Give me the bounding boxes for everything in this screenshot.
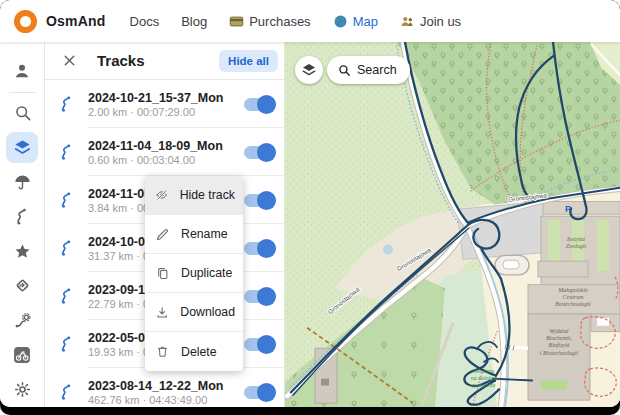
account-icon (12, 61, 32, 81)
sidebar-item-travel[interactable] (4, 338, 40, 373)
track-row[interactable]: 2024-10-21_15-37_Mon2.00 km · 00:07:29.0… (45, 80, 284, 128)
track-name: 2024-11-04_18-09_Mon (88, 139, 236, 153)
brand-title: OsmAnd (46, 13, 106, 29)
track-row[interactable]: 2024-11-04_18-09_Mon0.60 km · 00:03:04.0… (45, 128, 284, 176)
top-navbar: OsmAnd Docs Blog Purchases Map Join us (0, 0, 620, 42)
track-visibility-toggle[interactable] (244, 98, 274, 111)
track-details: 462.76 km · 04:43:49.00 (88, 394, 236, 406)
sidebar-item-track-recording[interactable] (4, 199, 40, 234)
sidebar-item-settings[interactable] (4, 372, 40, 407)
directions-icon (13, 276, 32, 295)
track-visibility-toggle[interactable] (244, 386, 274, 399)
browser-window: OsmAnd Docs Blog Purchases Map Join us (0, 0, 620, 415)
map-layers-button[interactable] (295, 56, 323, 84)
search-label: Search (357, 63, 397, 77)
route-icon (13, 207, 32, 226)
track-visibility-toggle[interactable] (244, 290, 274, 303)
track-name: 2024-10-21_15-37_Mon (88, 91, 236, 105)
track-visibility-toggle[interactable] (244, 194, 274, 207)
track-row[interactable]: 2023-08-14_12-22_Mon462.76 km · 04:43:49… (45, 368, 284, 407)
travel-bike-icon (12, 345, 32, 365)
hide-all-button[interactable]: Hide all (219, 50, 278, 72)
track-route-icon (58, 191, 76, 209)
nav-links: Docs Blog Purchases Map Join us (130, 14, 462, 29)
search-icon (13, 103, 32, 122)
sidebar-item-weather[interactable] (4, 165, 40, 200)
menu-item-download[interactable]: Download (145, 293, 243, 332)
nav-link-purchases[interactable]: Purchases (229, 14, 310, 29)
nav-link-map[interactable]: Map (333, 14, 378, 29)
sidebar-item-plan-route[interactable] (4, 303, 40, 338)
track-visibility-toggle[interactable] (244, 146, 274, 159)
track-context-menu: Hide track Rename Duplicate Download Del… (145, 176, 243, 371)
map-search-button[interactable]: Search (327, 56, 410, 84)
track-route-icon (58, 239, 76, 257)
sidebar-item-layers[interactable] (6, 132, 38, 163)
card-icon (229, 14, 244, 29)
track-details: 2.00 km · 00:07:29.00 (88, 106, 236, 118)
menu-item-label: Duplicate (181, 266, 232, 280)
sidebar-item-account[interactable] (4, 54, 40, 89)
menu-item-rename[interactable]: Rename (145, 215, 243, 254)
panel-title: Tracks (97, 52, 219, 69)
globe-icon (333, 14, 348, 29)
menu-item-label: Hide track (180, 188, 235, 202)
nav-link-blog[interactable]: Blog (181, 14, 207, 29)
map-render: Gronostajowa Gronostajowa Gronostajowa P… (285, 42, 620, 407)
track-name: 2023-08-14_12-22_Mon (88, 379, 236, 393)
track-visibility-toggle[interactable] (244, 242, 274, 255)
menu-item-label: Download (180, 305, 235, 319)
layers-icon (301, 62, 317, 78)
menu-item-duplicate[interactable]: Duplicate (145, 254, 243, 293)
osmand-web-app: OsmAnd Docs Blog Purchases Map Join us (0, 0, 620, 407)
sidebar-item-search[interactable] (4, 96, 40, 131)
track-route-icon (58, 143, 76, 161)
download-icon (155, 305, 169, 320)
track-visibility-toggle[interactable] (244, 338, 274, 351)
track-route-icon (58, 335, 76, 353)
gear-icon (13, 380, 32, 399)
plan-route-icon (13, 311, 32, 330)
parking-label: P (565, 204, 571, 214)
sidebar-divider (9, 92, 35, 93)
close-icon (61, 52, 78, 69)
eye-off-icon (155, 187, 169, 203)
track-details: 0.60 km · 00:03:04.00 (88, 154, 236, 166)
nav-link-docs[interactable]: Docs (130, 14, 160, 29)
nav-link-join-us[interactable]: Join us (400, 14, 461, 29)
left-sidebar (0, 42, 45, 407)
sidebar-item-navigation[interactable] (4, 269, 40, 304)
pencil-icon (155, 227, 170, 242)
star-icon (13, 242, 32, 261)
track-route-icon (58, 287, 76, 305)
sidebar-item-favorites[interactable] (4, 234, 40, 269)
duplicate-icon (155, 266, 170, 281)
trash-icon (155, 344, 170, 359)
poi-label-outdoor-gym: Siłowniana świeżympowietrzu (471, 368, 498, 389)
umbrella-icon (13, 173, 32, 192)
menu-item-label: Rename (181, 227, 227, 241)
menu-item-delete[interactable]: Delete (145, 332, 243, 371)
menu-item-label: Delete (181, 345, 217, 359)
menu-item-hide-track[interactable]: Hide track (145, 176, 243, 215)
layers-icon (13, 138, 32, 157)
track-route-icon (58, 95, 76, 113)
search-icon (337, 63, 351, 77)
poi-label-zoology: InstytutZoologii (566, 236, 587, 249)
tracks-panel-header: Tracks Hide all (45, 42, 284, 80)
osmand-logo-icon (14, 10, 37, 33)
map-canvas[interactable]: Gronostajowa Gronostajowa Gronostajowa P… (285, 42, 620, 407)
people-icon (400, 14, 415, 29)
track-route-icon (58, 383, 76, 401)
close-panel-button[interactable] (55, 47, 83, 75)
